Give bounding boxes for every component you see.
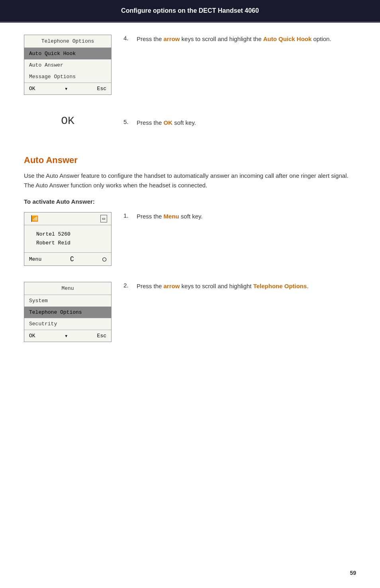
screen-title: Telephone Options bbox=[24, 35, 111, 48]
screen-softkeys: OK ▾ Esc bbox=[24, 83, 111, 94]
signal-icon: ▕📶 bbox=[28, 215, 38, 222]
activate-auto-answer-subheading: To activate Auto Answer: bbox=[24, 198, 356, 205]
menu-softkey-arrow: ▾ bbox=[65, 332, 68, 339]
menu-item-system: System bbox=[24, 295, 111, 307]
phone-softkey-right: ◯ bbox=[102, 255, 106, 263]
menu-item-secutrity: Secutrity bbox=[24, 318, 111, 330]
step-5-row: OK 5. Press the OK soft key. bbox=[24, 111, 356, 135]
menu-screen: Menu System Telephone Options Secutrity … bbox=[24, 282, 112, 342]
highlight-auto-quick-hook: Auto Quick Hook bbox=[263, 35, 312, 42]
status-bar: ▕📶 ▭ bbox=[24, 212, 111, 225]
auto-answer-heading: Auto Answer bbox=[24, 155, 356, 165]
phone-line1: Nortel 5260 bbox=[36, 230, 107, 239]
highlight-telephone-options: Telephone Options bbox=[253, 283, 307, 289]
idle-display: Nortel 5260 Robert Reid bbox=[24, 225, 111, 252]
step-1-number: 1. bbox=[123, 212, 131, 219]
menu-item-auto-answer: Auto Answer bbox=[24, 59, 111, 71]
auto-answer-body: Use the Auto Answer feature to configure… bbox=[24, 171, 356, 190]
page-number: 59 bbox=[350, 570, 356, 576]
step-4-instruction: 4. Press the arrow keys to scroll and hi… bbox=[123, 35, 356, 44]
highlight-ok: OK bbox=[164, 119, 173, 126]
softkey-ok[interactable]: OK bbox=[29, 86, 35, 92]
page-title: Configure options on the DECT Handset 40… bbox=[12, 7, 368, 14]
battery-icon: ▭ bbox=[100, 215, 107, 222]
menu-softkey-ok[interactable]: OK bbox=[29, 333, 35, 339]
step-1-row: ▕📶 ▭ Nortel 5260 Robert Reid Menu ∁ ◯ 1.… bbox=[24, 212, 356, 266]
highlight-menu: Menu bbox=[164, 213, 179, 220]
step-5-number: 5. bbox=[123, 118, 131, 125]
step-1-text: Press the Menu soft key. bbox=[137, 212, 356, 221]
step-2-number: 2. bbox=[123, 282, 131, 289]
phone-softkey-menu[interactable]: Menu bbox=[29, 256, 41, 262]
softkey-esc[interactable]: Esc bbox=[97, 86, 106, 92]
menu-item-message-options: Message Options bbox=[24, 71, 111, 83]
menu-item-telephone-options: Telephone Options bbox=[24, 307, 111, 318]
step-2-row: Menu System Telephone Options Secutrity … bbox=[24, 282, 356, 342]
step-2-instruction: 2. Press the arrow keys to scroll and hi… bbox=[123, 282, 356, 291]
step-1-instruction: 1. Press the Menu soft key. bbox=[123, 212, 356, 221]
step-4-text: Press the arrow keys to scroll and highl… bbox=[137, 35, 356, 44]
highlight-arrow: arrow bbox=[164, 35, 180, 42]
menu-item-auto-quick-hook: Auto Quick Hook bbox=[24, 48, 111, 59]
telephone-options-screen: Telephone Options Auto Quick Hook Auto A… bbox=[24, 35, 112, 95]
menu-softkey-esc[interactable]: Esc bbox=[97, 333, 106, 339]
step-2-text: Press the arrow keys to scroll and highl… bbox=[137, 282, 356, 291]
step-5-text: Press the OK soft key. bbox=[137, 118, 356, 128]
phone-line2: Robert Reid bbox=[36, 239, 107, 248]
highlight-arrow-2: arrow bbox=[164, 283, 180, 289]
menu-screen-title: Menu bbox=[24, 282, 111, 295]
step-4-row: Telephone Options Auto Quick Hook Auto A… bbox=[24, 35, 356, 95]
softkey-arrow: ▾ bbox=[65, 85, 68, 92]
step-5-instruction: 5. Press the OK soft key. bbox=[123, 118, 356, 128]
menu-screen-softkeys: OK ▾ Esc bbox=[24, 330, 111, 342]
step-4-number: 4. bbox=[123, 35, 131, 41]
phone-softkeys: Menu ∁ ◯ bbox=[24, 252, 111, 265]
header-bar: Configure options on the DECT Handset 40… bbox=[0, 0, 380, 23]
phone-idle-screen: ▕📶 ▭ Nortel 5260 Robert Reid Menu ∁ ◯ bbox=[24, 212, 112, 266]
ok-standalone-label: OK bbox=[24, 115, 112, 127]
phone-softkey-middle: ∁ bbox=[70, 255, 74, 263]
